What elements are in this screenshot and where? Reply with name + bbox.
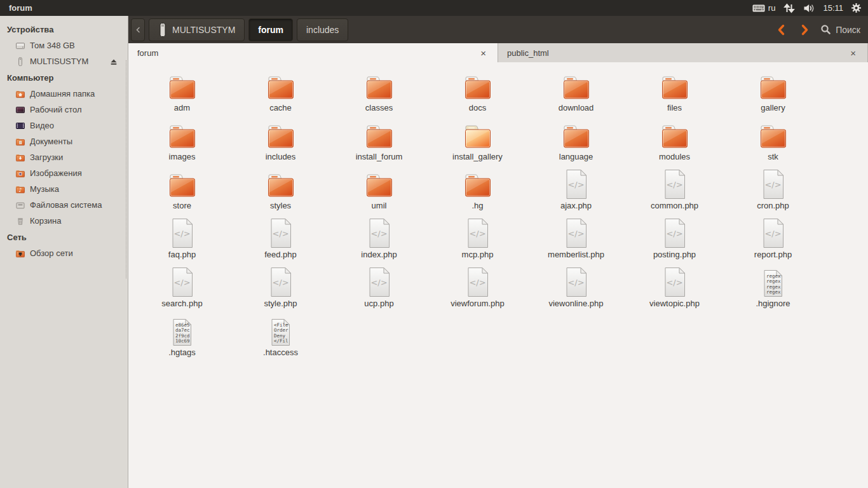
tab-public_html[interactable]: public_html× — [498, 43, 868, 62]
back-button[interactable] — [772, 20, 791, 39]
svg-text:</Fil: </Fil — [274, 338, 288, 344]
tab-label: public_html — [507, 48, 848, 58]
folder-icon — [660, 70, 690, 102]
file-name: style.php — [264, 299, 297, 308]
sidebar-item-documents[interactable]: Документы — [0, 133, 128, 149]
clock[interactable]: 15:11 — [823, 3, 843, 13]
code-file-icon: </> — [564, 168, 589, 200]
close-icon[interactable]: × — [848, 47, 858, 59]
folder-item[interactable]: stk — [724, 115, 822, 164]
svg-text:</>: </> — [370, 229, 387, 238]
file-item[interactable]: </>ajax.php — [527, 164, 625, 213]
folder-item[interactable]: docs — [428, 66, 527, 115]
file-item[interactable]: </>posting.php — [625, 213, 724, 262]
folder-item[interactable]: .hg — [428, 164, 527, 213]
file-manager-window: forum ru — [0, 0, 868, 488]
sidebar-item-videos[interactable]: Видео — [0, 118, 128, 133]
usb-drive-icon — [158, 22, 167, 37]
file-item[interactable]: </>feed.php — [231, 213, 330, 262]
file-item[interactable]: </>ucp.php — [330, 262, 428, 311]
file-item[interactable]: e86e5da7ec2f9cd10c69.hgtags — [133, 311, 231, 360]
breadcrumb-scroll-left-button[interactable] — [131, 18, 145, 41]
file-item[interactable]: </>search.php — [133, 262, 231, 311]
code-file-icon: </> — [761, 168, 786, 200]
pictures-icon — [15, 168, 25, 179]
sidebar-item-home-folder[interactable]: Домашняя папка — [0, 86, 128, 102]
svg-text:</>: </> — [469, 278, 485, 287]
file-name: .hg — [471, 201, 483, 210]
folder-icon — [364, 119, 395, 151]
sidebar-item-trash[interactable]: Корзина — [0, 213, 128, 229]
eject-button[interactable] — [109, 57, 119, 67]
file-item[interactable]: </>common.php — [625, 164, 724, 213]
file-item[interactable]: regexregexregexregex.hgignore — [724, 262, 822, 311]
updown-arrows-icon — [783, 3, 796, 13]
tab-bar: forum×public_html× — [128, 43, 868, 62]
file-item[interactable]: </>style.php — [231, 262, 330, 311]
network-transfer-indicator[interactable] — [783, 3, 796, 13]
sidebar-item-pictures[interactable]: Изображения — [0, 165, 128, 181]
file-item[interactable]: </>viewonline.php — [527, 262, 625, 311]
svg-text:</>: </> — [469, 229, 485, 238]
breadcrumb-button-multisustym[interactable]: MULTISUSTYM — [149, 18, 245, 41]
sidebar-item-usb-drive[interactable]: MULTISUSTYM — [0, 53, 128, 69]
session-menu[interactable] — [851, 3, 862, 13]
search-icon — [820, 24, 831, 35]
file-item[interactable]: </>report.php — [724, 213, 822, 262]
folder-item[interactable]: store — [133, 164, 231, 213]
file-item[interactable]: </>mcp.php — [428, 213, 527, 262]
sidebar-item-music[interactable]: ♪Музыка — [0, 181, 128, 197]
forward-button[interactable] — [795, 20, 814, 39]
breadcrumb-button-forum[interactable]: forum — [248, 18, 293, 41]
file-name: gallery — [761, 103, 785, 112]
folder-item[interactable]: umil — [330, 164, 428, 213]
folder-item[interactable]: modules — [625, 115, 724, 164]
sidebar-item-filesystem[interactable]: Файловая система — [0, 197, 128, 213]
file-item[interactable]: <FileOrderDeny</Fil.htaccess — [231, 311, 330, 360]
folder-item[interactable]: install_forum — [330, 115, 428, 164]
file-item[interactable]: </>faq.php — [133, 213, 231, 262]
sidebar-item-harddisk[interactable]: Том 348 GB — [0, 37, 128, 53]
sidebar-item-label: MULTISUSTYM — [30, 57, 88, 66]
sidebar-item-downloads[interactable]: Загрузки — [0, 149, 128, 165]
folder-item[interactable]: styles — [231, 164, 330, 213]
svg-text:</>: </> — [567, 229, 584, 238]
file-name: faq.php — [168, 250, 196, 259]
sidebar-item-desktop[interactable]: Рабочий стол — [0, 102, 128, 118]
sidebar-item-network[interactable]: Обзор сети — [0, 245, 128, 261]
file-item[interactable]: </>cron.php — [724, 164, 822, 213]
svg-text:♪: ♪ — [18, 187, 22, 193]
file-name: modules — [659, 152, 690, 161]
file-name: adm — [174, 103, 190, 112]
music-icon: ♪ — [15, 184, 25, 194]
folder-icon — [167, 168, 198, 200]
code-file-icon: </> — [268, 266, 294, 297]
breadcrumb-button-includes[interactable]: includes — [297, 18, 348, 41]
volume-indicator[interactable] — [803, 3, 815, 13]
folder-item[interactable]: download — [527, 66, 625, 115]
folder-item[interactable]: images — [133, 115, 231, 164]
text-file-icon: regexregexregexregex — [762, 266, 785, 297]
code-file-icon: </> — [465, 217, 491, 248]
file-item[interactable]: </>index.php — [330, 213, 428, 262]
folder-item[interactable]: files — [625, 66, 724, 115]
folder-item[interactable]: cache — [231, 66, 330, 115]
file-item[interactable]: </>viewtopic.php — [625, 262, 724, 311]
folder-item[interactable]: language — [527, 115, 625, 164]
file-item[interactable]: </>viewforum.php — [428, 262, 527, 311]
folder-item[interactable]: includes — [231, 115, 330, 164]
close-icon[interactable]: × — [478, 47, 489, 59]
file-name: language — [559, 152, 593, 161]
code-file-icon: </> — [367, 217, 392, 248]
folder-item[interactable]: adm — [133, 66, 231, 115]
tab-forum[interactable]: forum× — [128, 43, 498, 62]
folder-item[interactable]: gallery — [724, 66, 822, 115]
search-button[interactable]: Поиск — [820, 24, 860, 35]
sidebar-item-label: Обзор сети — [30, 248, 73, 258]
folder-item[interactable]: classes — [330, 66, 428, 115]
file-item[interactable]: </>memberlist.php — [527, 213, 625, 262]
keyboard-indicator[interactable]: ru — [752, 3, 776, 13]
folder-item[interactable]: install_gallery — [428, 115, 527, 164]
window-title: forum — [9, 3, 32, 13]
file-name: ajax.php — [560, 201, 592, 210]
